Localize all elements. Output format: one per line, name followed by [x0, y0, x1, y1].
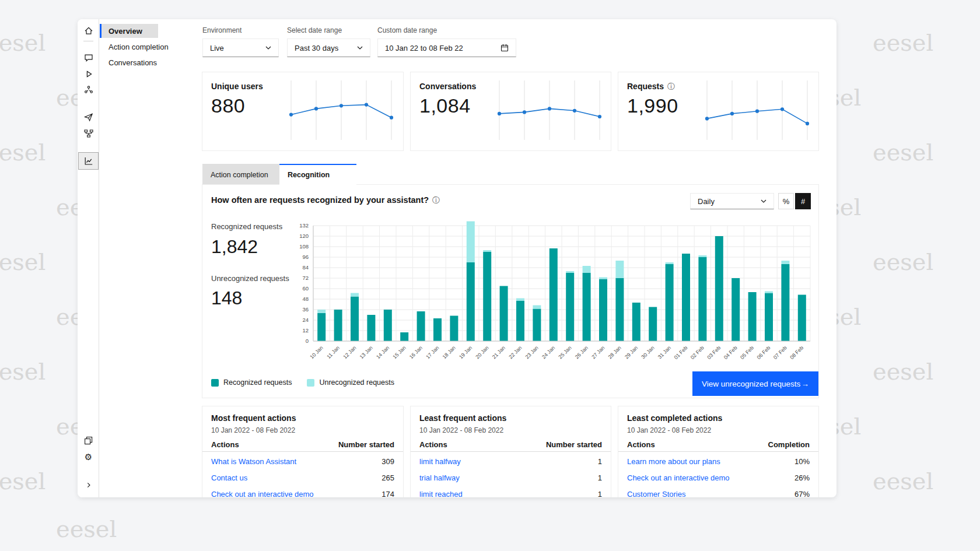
- sidebar-item-action-completion[interactable]: Action completion: [100, 40, 158, 54]
- environment-select[interactable]: Live: [202, 38, 279, 57]
- metric-value: 1,084: [419, 94, 471, 117]
- percent-toggle-button[interactable]: %: [778, 193, 794, 209]
- table-header: Actions Number started: [202, 438, 403, 452]
- info-icon[interactable]: ⓘ: [667, 82, 675, 91]
- row-value: 10%: [794, 457, 810, 466]
- svg-text:22 Jan: 22 Jan: [508, 345, 523, 360]
- number-toggle-button[interactable]: #: [795, 193, 811, 209]
- tab-action-completion[interactable]: Action completion: [202, 164, 279, 185]
- card-date-range: 10 Jan 2022 - 08 Feb 2022: [627, 426, 711, 434]
- sidebar-item-label: Overview: [108, 27, 142, 36]
- table-row: Contact us 265: [202, 469, 403, 486]
- play-icon[interactable]: [82, 68, 94, 80]
- svg-text:20 Jan: 20 Jan: [474, 345, 489, 360]
- watermark-text: eesel: [0, 29, 46, 56]
- table-row: Learn more about our plans 10%: [618, 453, 818, 469]
- gear-icon[interactable]: ⚙: [82, 451, 94, 463]
- table-header: Actions Completion: [618, 438, 818, 452]
- action-link[interactable]: Contact us: [211, 473, 247, 482]
- tab-recognition[interactable]: Recognition: [279, 164, 356, 185]
- row-value: 67%: [794, 490, 810, 498]
- sidebar-item-overview[interactable]: Overview: [100, 24, 158, 38]
- table-row: trial halfway 1: [411, 469, 611, 486]
- row-value: 174: [382, 490, 394, 498]
- custom-range-label: Custom date range: [377, 26, 437, 34]
- home-icon[interactable]: [82, 24, 94, 37]
- sidebar-item-conversations[interactable]: Conversations: [100, 55, 158, 69]
- svg-text:24: 24: [302, 317, 309, 323]
- action-link[interactable]: Customer Stories: [627, 490, 685, 498]
- svg-text:31 Jan: 31 Jan: [657, 345, 672, 360]
- legend-swatch: [211, 379, 219, 387]
- table-row: Customer Stories 67%: [618, 486, 818, 497]
- interval-select[interactable]: Daily: [690, 193, 774, 209]
- table-row: limit halfway 1: [411, 453, 611, 469]
- metric-value: 1,990: [627, 94, 678, 117]
- svg-text:06 Feb: 06 Feb: [756, 345, 772, 360]
- metric-title: Conversations: [419, 82, 476, 91]
- publish-icon[interactable]: [82, 111, 94, 123]
- svg-text:11 Jan: 11 Jan: [326, 345, 341, 360]
- legend-swatch: [307, 379, 314, 387]
- card-date-range: 10 Jan 2022 - 08 Feb 2022: [211, 426, 295, 434]
- chart-legend: Recognized requests Unrecognized request…: [211, 378, 394, 387]
- watermark-text: eesel: [873, 139, 933, 166]
- metric-title: Requestsⓘ: [627, 82, 675, 92]
- flow-icon[interactable]: [82, 127, 94, 139]
- row-value: 26%: [794, 473, 810, 482]
- action-link[interactable]: Check out an interactive demo: [627, 473, 730, 482]
- table-row: What is Watson Assistant 309: [202, 453, 403, 469]
- action-link[interactable]: limit halfway: [419, 457, 461, 466]
- calendar-icon: [501, 44, 509, 52]
- action-link[interactable]: trial halfway: [419, 473, 460, 482]
- metric-tile-unique-users: Unique users 880: [202, 72, 403, 150]
- svg-text:48: 48: [302, 296, 309, 302]
- analytics-icon[interactable]: [78, 152, 99, 170]
- skills-icon[interactable]: [82, 83, 94, 96]
- assistant-analytics-window: ⚙ Overview Action completion Conversatio…: [78, 19, 836, 497]
- info-icon[interactable]: ⓘ: [432, 196, 440, 205]
- expand-rail-icon[interactable]: [82, 479, 94, 491]
- chevron-down-icon: [357, 46, 363, 50]
- svg-text:16 Jan: 16 Jan: [408, 345, 424, 360]
- card-title: Most frequent actions: [211, 413, 296, 423]
- versions-icon[interactable]: [82, 434, 94, 447]
- sparkline-chart: [494, 78, 608, 143]
- metric-title: Unique users: [211, 82, 263, 91]
- watermark-text: eesel: [0, 139, 46, 166]
- action-link[interactable]: What is Watson Assistant: [211, 457, 296, 466]
- svg-text:18 Jan: 18 Jan: [442, 345, 457, 360]
- svg-text:07 Feb: 07 Feb: [772, 345, 788, 360]
- svg-text:03 Feb: 03 Feb: [706, 345, 722, 360]
- action-link[interactable]: limit reached: [419, 490, 463, 498]
- legend-unrecognized[interactable]: Unrecognized requests: [307, 378, 394, 387]
- table-header: Actions Number started: [411, 438, 611, 452]
- row-value: 1: [598, 490, 602, 498]
- metric-tile-requests: Requestsⓘ 1,990: [618, 72, 818, 150]
- action-link[interactable]: Learn more about our plans: [627, 457, 720, 466]
- recognition-panel: How often are requests recognized by you…: [202, 185, 818, 398]
- watermark-text: eesel: [0, 248, 46, 275]
- svg-text:12 Jan: 12 Jan: [342, 345, 357, 360]
- svg-text:04 Feb: 04 Feb: [723, 345, 738, 360]
- chat-icon[interactable]: [82, 51, 94, 64]
- panel-title: How often are requests recognized by you…: [211, 195, 440, 206]
- row-value: 1: [598, 457, 602, 466]
- sparkline-chart: [285, 78, 400, 143]
- icon-rail: ⚙: [78, 19, 99, 497]
- row-value: 265: [382, 473, 394, 482]
- table-row: Check out an interactive demo 26%: [618, 469, 818, 486]
- environment-label: Environment: [202, 26, 242, 34]
- sidebar-item-label: Action completion: [108, 43, 169, 51]
- date-range-select[interactable]: Past 30 days: [287, 38, 370, 57]
- table-row: limit reached 1: [411, 486, 611, 497]
- custom-range-input[interactable]: 10 Jan 22 to 08 Feb 22: [377, 38, 516, 57]
- action-link[interactable]: Check out an interactive demo: [211, 490, 314, 498]
- svg-text:10 Jan: 10 Jan: [309, 345, 324, 360]
- svg-text:23 Jan: 23 Jan: [524, 345, 540, 360]
- svg-text:17 Jan: 17 Jan: [425, 345, 440, 360]
- desktop-background: eeseleeseleeseleeseleeseleeseleeseleesel…: [0, 0, 980, 551]
- view-unrecognized-requests-button[interactable]: View unrecognized requests →: [692, 371, 818, 396]
- legend-recognized[interactable]: Recognized requests: [211, 378, 292, 387]
- watermark-text: eesel: [873, 358, 933, 385]
